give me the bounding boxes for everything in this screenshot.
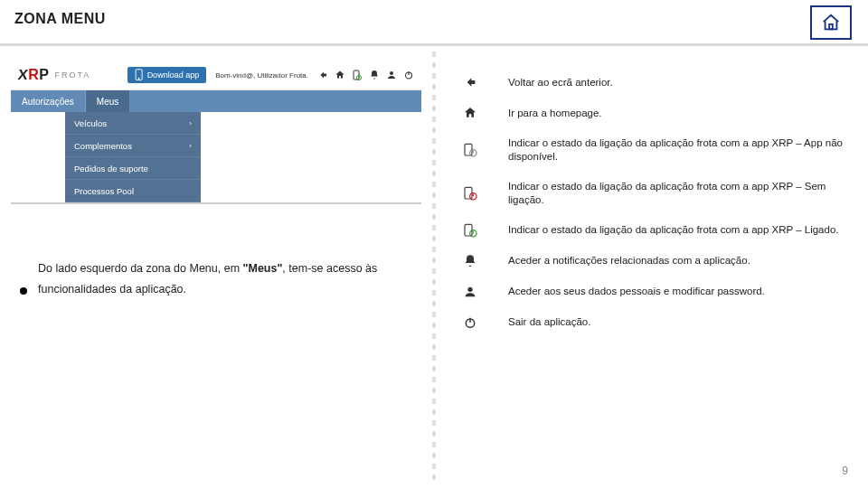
svg-point-5 — [390, 71, 393, 75]
power-icon[interactable] — [403, 70, 414, 80]
welcome-text: Bom-vind@, Utilizador Frota. — [215, 71, 308, 80]
svg-rect-9 — [465, 187, 472, 199]
icon-legend: Voltar ao ecrã anterior. Ir para a homep… — [436, 75, 846, 330]
user-icon[interactable] — [386, 70, 397, 80]
legend-row: Voltar ao ecrã anterior. — [458, 75, 846, 89]
svg-point-13 — [467, 286, 472, 291]
back-icon[interactable] — [317, 70, 328, 80]
dropdown-item-processos[interactable]: Processos Pool — [65, 180, 201, 202]
legend-row: Aceder a notificações relacionadas com a… — [458, 254, 846, 268]
app-status-online-icon — [458, 223, 483, 238]
user-icon — [458, 285, 483, 299]
nav-item-meus[interactable]: Meus — [86, 90, 130, 112]
legend-row: Indicar o estado da ligação da aplicação… — [458, 136, 846, 164]
app-logo: XRP FROTA — [18, 67, 90, 83]
app-screenshot: XRP FROTA Download app Bom-vind@, Utiliz… — [11, 61, 421, 204]
download-app-button[interactable]: Download app — [127, 67, 207, 83]
bell-icon — [458, 254, 483, 268]
download-label: Download app — [147, 70, 200, 80]
app-top-bar: XRP FROTA Download app Bom-vind@, Utiliz… — [11, 61, 421, 90]
app-nav: Autorizações Meus — [11, 90, 421, 112]
svg-point-2 — [138, 78, 139, 79]
dropdown-item-pedidos[interactable]: Pedidos de suporte — [65, 157, 201, 180]
legend-row: Aceder aos seus dados pessoais e modific… — [458, 285, 846, 299]
svg-rect-7 — [465, 144, 472, 155]
body-text: Do lado esquerdo da zona do Menu, em "Me… — [38, 258, 407, 300]
page-number: 9 — [842, 465, 848, 477]
legend-row: Ir para a homepage. — [458, 106, 846, 120]
nav-item-autorizacoes[interactable]: Autorizações — [11, 90, 86, 112]
svg-rect-11 — [465, 224, 472, 236]
home-icon[interactable] — [335, 70, 345, 80]
chevron-right-icon: › — [189, 119, 192, 127]
app-status-icon — [352, 70, 363, 80]
app-status-offline-icon — [458, 186, 483, 201]
dropdown-menu: Veículos› Complementos› Pedidos de supor… — [65, 112, 201, 202]
bullet-icon — [20, 287, 27, 295]
chevron-right-icon: › — [189, 142, 192, 150]
logo-subtitle: FROTA — [54, 70, 90, 80]
legend-row: Sair da aplicação. — [458, 315, 846, 330]
bell-icon[interactable] — [369, 70, 380, 80]
home-icon — [821, 13, 841, 33]
page-title: ZONA MENU — [14, 11, 106, 27]
app-status-unavailable-icon — [458, 143, 483, 157]
legend-row: Indicar o estado da ligação da aplicação… — [458, 180, 846, 207]
svg-rect-3 — [354, 70, 359, 80]
home-icon — [458, 106, 483, 120]
dropdown-item-veiculos[interactable]: Veículos› — [65, 112, 201, 135]
back-icon — [458, 75, 483, 89]
legend-row: Indicar o estado da ligação da aplicação… — [458, 223, 846, 238]
home-button[interactable] — [810, 5, 852, 40]
dropdown-item-complementos[interactable]: Complementos› — [65, 135, 201, 157]
phone-icon — [135, 69, 144, 81]
power-icon — [458, 315, 483, 330]
svg-rect-0 — [829, 24, 833, 30]
